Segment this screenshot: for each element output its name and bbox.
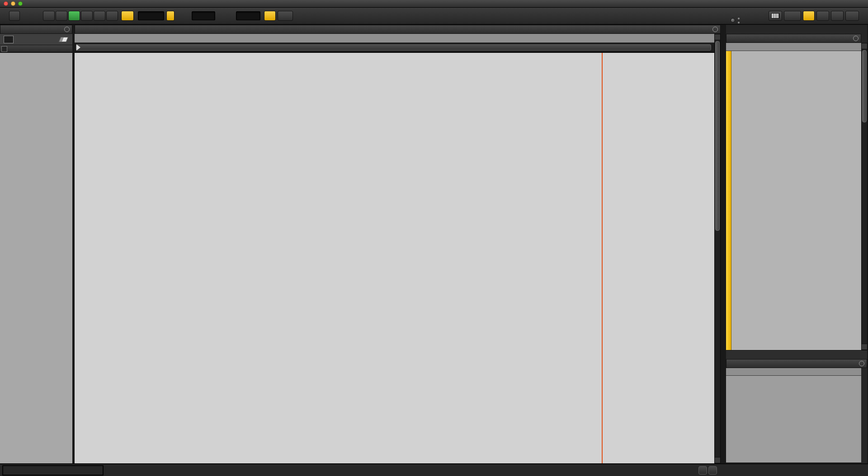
skip-to-start-button[interactable]	[43, 11, 55, 21]
insert-mode-icon[interactable]	[121, 11, 134, 21]
zoom-out-icon[interactable]	[708, 466, 717, 475]
bottom-bar	[0, 463, 868, 476]
scroll-up-icon[interactable]	[715, 34, 720, 40]
add-track-button[interactable]	[1, 46, 7, 52]
track-header	[0, 45, 72, 53]
warning-icon[interactable]	[9, 11, 20, 21]
timeline-ruler[interactable]	[75, 34, 714, 43]
go-button[interactable]	[166, 11, 175, 21]
title-bar	[0, 0, 868, 8]
eraser-icon[interactable]	[59, 37, 68, 42]
note-edit-header	[0, 25, 72, 34]
indicator-dot	[731, 18, 735, 23]
note-edit-toolbar	[0, 34, 72, 45]
zoom-window-button[interactable]	[18, 1, 23, 6]
hscroll-handle[interactable]	[76, 44, 711, 51]
record-button[interactable]	[94, 11, 105, 21]
minimap-viewport-box[interactable]	[2, 465, 104, 476]
info-icon[interactable]	[853, 36, 859, 41]
midi-button[interactable]	[784, 11, 801, 21]
arranger-header	[75, 25, 721, 34]
grid-resolution-field[interactable]	[4, 36, 14, 43]
piano-icon	[771, 13, 779, 19]
play-button[interactable]	[68, 11, 80, 21]
barform-list-header	[726, 34, 861, 43]
forward-button[interactable]	[106, 11, 118, 21]
start-value-display[interactable]	[192, 11, 215, 20]
mixer-button[interactable]	[845, 11, 859, 21]
note-led	[738, 18, 740, 19]
info-icon[interactable]	[712, 27, 718, 32]
scroll-up-icon[interactable]	[862, 43, 867, 49]
stop-button[interactable]	[81, 11, 93, 21]
beatform-sequencer-grid[interactable]	[726, 376, 861, 462]
vel-led	[738, 22, 740, 23]
arranger-vscrollbar[interactable]	[714, 34, 721, 463]
library-button[interactable]	[816, 11, 829, 21]
minimize-button[interactable]	[11, 1, 15, 6]
scroll-down-icon[interactable]	[715, 457, 720, 463]
track-list-panel	[0, 53, 72, 463]
info-icon[interactable]	[64, 27, 70, 32]
rewind-button[interactable]	[56, 11, 67, 21]
playhead	[602, 53, 603, 463]
info-icon[interactable]	[859, 361, 864, 366]
arranger-grid[interactable]	[75, 53, 714, 463]
play-start-marker	[76, 44, 80, 51]
position-display[interactable]	[138, 11, 164, 20]
barform-vscrollbar[interactable]	[861, 43, 868, 350]
grid-settings-icon[interactable]	[278, 11, 293, 21]
vscroll-handle[interactable]	[715, 41, 720, 231]
molecule-tools-button[interactable]	[831, 11, 844, 21]
piano-roll-icon[interactable]	[769, 11, 782, 21]
scroll-down-icon[interactable]	[862, 344, 867, 350]
barform-column-numbers	[726, 43, 861, 51]
barform-filters-bar	[726, 350, 867, 359]
vscroll-handle[interactable]	[862, 50, 867, 122]
sequencer-column-numbers	[726, 368, 861, 376]
length-value-display[interactable]	[236, 11, 260, 20]
barform-list[interactable]	[726, 51, 861, 350]
loop-icon[interactable]	[264, 11, 276, 21]
zoom-in-icon[interactable]	[698, 466, 707, 475]
arranger-hscrollbar[interactable]	[75, 43, 714, 53]
close-button[interactable]	[4, 1, 8, 6]
beatform-sequencer-header	[726, 359, 867, 368]
barform-selection-strip	[726, 51, 731, 350]
main-toolbar	[0, 8, 868, 25]
beat-builder-button[interactable]	[803, 11, 815, 21]
